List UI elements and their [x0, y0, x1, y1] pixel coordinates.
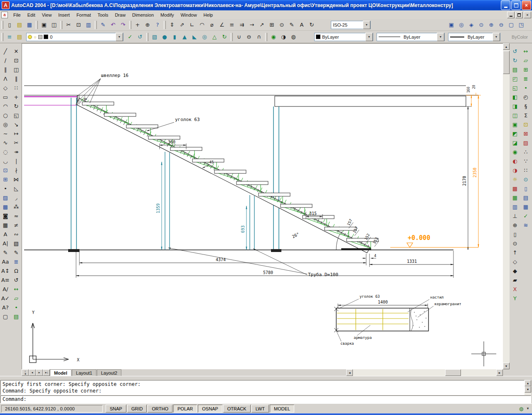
intersect-button[interactable]: ∩: [254, 32, 264, 42]
layers-button[interactable]: ▤: [15, 32, 25, 42]
block-editor-button[interactable]: ⊡: [521, 120, 531, 129]
open-button[interactable]: ▤: [15, 20, 25, 30]
menu-modify[interactable]: Modify: [157, 12, 177, 18]
back-view-button[interactable]: ▣: [510, 120, 520, 129]
menu-help[interactable]: Help: [200, 12, 217, 18]
tab-model[interactable]: Model: [50, 369, 71, 376]
plot-button[interactable]: ▣: [39, 20, 49, 30]
menu-window[interactable]: Window: [177, 12, 200, 18]
ellipse-button[interactable]: ◌: [1, 147, 10, 156]
materials-button[interactable]: ▩: [510, 184, 520, 193]
osnap-toggle[interactable]: OSNAP: [198, 405, 222, 413]
tolerance-button[interactable]: ⊞: [267, 20, 277, 30]
copy-button[interactable]: ⊡: [74, 20, 84, 30]
stretch-button[interactable]: ↘: [12, 120, 21, 129]
dim-baseline-button[interactable]: ⇉: [237, 20, 247, 30]
point-button[interactable]: •: [1, 184, 10, 193]
center-mark-button[interactable]: ⊙: [277, 20, 287, 30]
communication-center-icon[interactable]: ◍: [517, 405, 525, 413]
mdi-minimize-button[interactable]: [507, 12, 515, 18]
snap-toggle[interactable]: SNAP: [106, 405, 126, 413]
horizontal-scrollbar[interactable]: [353, 369, 496, 376]
insert-block-button[interactable]: ⊡: [1, 166, 10, 175]
qnew-button[interactable]: ▯: [5, 20, 15, 30]
match-button[interactable]: Ω: [12, 266, 21, 275]
ortho-toggle[interactable]: ORTHO: [148, 405, 172, 413]
quick-dimension-button[interactable]: ≡: [227, 20, 237, 30]
color-dropdown-button[interactable]: ▼: [365, 33, 373, 41]
markup-button[interactable]: ✓: [521, 211, 531, 220]
list-button[interactable]: ▤: [12, 312, 21, 321]
tab-first-button[interactable]: |◄: [22, 369, 29, 376]
spline-edit-button[interactable]: ∾: [12, 230, 21, 239]
hide-button[interactable]: ◍: [288, 32, 298, 42]
zoom-realtime-button[interactable]: ⊕: [143, 20, 153, 30]
extrude-button[interactable]: △: [209, 32, 219, 42]
dim-linear-button[interactable]: ⇕: [167, 20, 177, 30]
revision-cloud-button[interactable]: ∼: [1, 129, 10, 138]
single-line-text-button[interactable]: A|: [1, 239, 10, 248]
area-tool-button[interactable]: ▱: [521, 56, 531, 65]
dim-ang-button[interactable]: ∠: [217, 20, 227, 30]
toolbar-grip[interactable]: [36, 21, 38, 29]
restore-button[interactable]: [511, 0, 521, 10]
close-button[interactable]: ×: [522, 0, 531, 10]
zoom-out-button[interactable]: ⊖: [496, 20, 506, 30]
sheet-set-button[interactable]: ▦: [521, 202, 531, 211]
chamfer-button[interactable]: ◺: [12, 184, 21, 193]
tab-prev-button[interactable]: ◄: [29, 369, 36, 376]
menu-dimension[interactable]: Dimension: [129, 12, 157, 18]
shade-button[interactable]: ◑: [278, 32, 288, 42]
drawing-file-icon[interactable]: a: [1, 12, 8, 18]
multiline-text-button[interactable]: A: [1, 230, 10, 239]
calculator-button[interactable]: Σ: [521, 111, 531, 120]
zoom-all-button[interactable]: ▢: [506, 20, 516, 30]
dim-ordinate-button[interactable]: ∟: [187, 20, 197, 30]
arc-button[interactable]: ◠: [1, 101, 10, 111]
toolbar-grip[interactable]: [146, 33, 148, 41]
edit-text-button[interactable]: ✎: [1, 248, 10, 257]
table-button[interactable]: ▦: [1, 220, 10, 230]
command-history[interactable]: Specify first corner: Specify opposite c…: [0, 380, 525, 395]
right-view-button[interactable]: ◨: [510, 101, 520, 111]
trim-button[interactable]: ✂: [12, 138, 21, 147]
autocad-app-icon[interactable]: A: [2, 1, 10, 9]
face-ucs-button[interactable]: ▰: [510, 275, 520, 284]
dim-radius-button[interactable]: ◠: [197, 20, 207, 30]
redo-button[interactable]: ↷: [118, 20, 128, 30]
spell-check-button[interactable]: A✓: [1, 294, 10, 303]
tab-layout2[interactable]: Layout2: [97, 369, 121, 376]
zoom-extents-button[interactable]: ◳: [516, 20, 526, 30]
color-control-combo[interactable]: ByLayer ▼: [314, 33, 373, 41]
menu-insert[interactable]: Insert: [55, 12, 73, 18]
toolbar-grip[interactable]: [1, 33, 3, 41]
bottom-view-button[interactable]: ◱: [510, 83, 520, 92]
fillet-button[interactable]: ◞: [12, 193, 21, 202]
erase-button[interactable]: ✕: [12, 47, 21, 56]
line-button[interactable]: ╱: [1, 47, 10, 56]
command-scroll-down-button[interactable]: ▼: [525, 386, 531, 393]
left-view-button[interactable]: ◧: [510, 92, 520, 101]
extend-button[interactable]: ↠: [12, 147, 21, 156]
layer-properties-button[interactable]: ≡: [5, 32, 15, 42]
zoom-in-button[interactable]: ⊕: [486, 20, 496, 30]
model-toggle[interactable]: MODEL: [270, 405, 294, 413]
render-button[interactable]: ◑: [510, 166, 520, 175]
mirror-button[interactable]: ◫: [12, 65, 21, 74]
rotate-y-ucs-button[interactable]: Y: [510, 294, 520, 303]
properties-button[interactable]: ≣: [12, 257, 21, 266]
orbit-button[interactable]: ◉: [268, 32, 278, 42]
dim-update-button[interactable]: ↻: [307, 20, 317, 30]
construction-line-button[interactable]: ∕: [1, 56, 10, 65]
z-axis-ucs-button[interactable]: ↑: [510, 248, 520, 257]
distance-tool-button[interactable]: ↔: [521, 47, 531, 56]
mdi-close-button[interactable]: ×: [524, 12, 531, 18]
save-button[interactable]: ▦: [25, 20, 34, 30]
toolbar-grip[interactable]: [60, 21, 62, 29]
torus-button[interactable]: ◎: [200, 32, 209, 42]
tab-layout1[interactable]: Layout1: [72, 369, 96, 376]
list-tool-button[interactable]: ≣: [521, 74, 531, 83]
multiline-button[interactable]: ∥: [1, 65, 10, 74]
plot-preview-button[interactable]: ◫: [49, 20, 59, 30]
command-input[interactable]: Command:: [0, 395, 531, 403]
